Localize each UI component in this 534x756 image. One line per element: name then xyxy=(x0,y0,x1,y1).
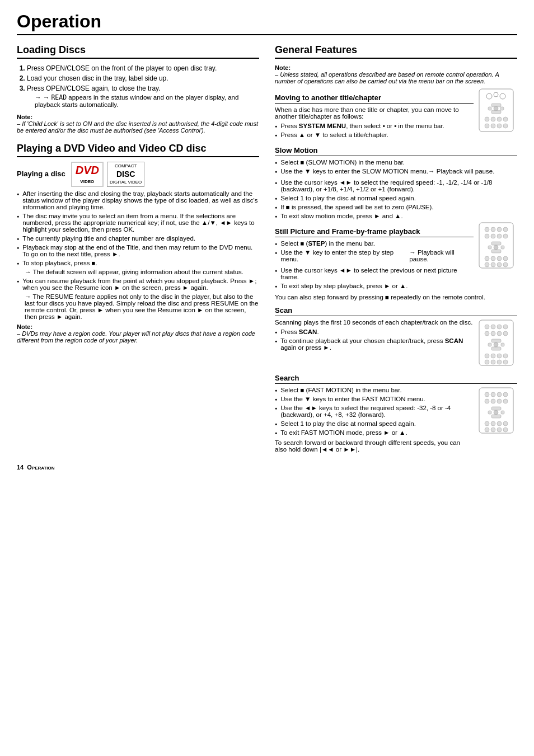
playing-bullet-5: To stop playback, press ■. xyxy=(17,260,259,266)
svg-point-37 xyxy=(497,262,502,267)
playing-bullet-2: The disc may invite you to select an ite… xyxy=(17,213,259,233)
step-1: Press OPEN/CLOSE on the front of the pla… xyxy=(27,64,259,72)
still-remote-image xyxy=(478,222,517,271)
svg-point-31 xyxy=(485,256,489,261)
svg-rect-73 xyxy=(501,411,504,414)
svg-point-46 xyxy=(497,331,502,336)
general-note-label: Note: xyxy=(275,64,291,71)
svg-point-53 xyxy=(485,354,489,358)
svg-point-11 xyxy=(497,117,502,121)
search-bullets: Select ■ (FAST MOTION) in the menu bar. … xyxy=(275,387,474,436)
search-remote-image xyxy=(478,387,517,436)
svg-point-12 xyxy=(503,117,508,121)
footer-label: Operation xyxy=(27,464,54,471)
playing-disc-subtitle: Playing a disc xyxy=(17,170,65,179)
resume-bullet: You can resume playback from the point a… xyxy=(17,278,259,291)
search-remote-svg xyxy=(478,387,514,434)
svg-point-8 xyxy=(494,106,498,111)
right-column: General Features Note: – Unless stated, … xyxy=(275,44,517,453)
svg-rect-28 xyxy=(488,246,491,249)
svg-rect-72 xyxy=(488,411,491,414)
page-number: 14 xyxy=(17,464,24,471)
slow-motion-title: Slow Motion xyxy=(275,146,517,156)
slow-motion-bullets: Select ■ (SLOW MOTION) in the menu bar. … xyxy=(275,159,517,219)
general-note-text: – Unless stated, all operations describe… xyxy=(275,71,499,84)
svg-point-57 xyxy=(485,360,489,364)
svg-point-54 xyxy=(491,354,495,358)
dvd-sub-text: VIDEO xyxy=(80,179,94,184)
svg-rect-48 xyxy=(491,339,501,342)
svg-point-24 xyxy=(497,234,502,238)
playing-disc-bullets: After inserting the disc and closing the… xyxy=(17,190,259,266)
search-extra: To search forward or backward through di… xyxy=(275,439,474,453)
svg-point-15 xyxy=(497,124,502,128)
svg-point-13 xyxy=(485,124,489,128)
dvd-note: Note: – DVDs may have a region code. You… xyxy=(17,323,259,344)
compact-disc-logo: COMPACT DISC DIGITAL VIDEO xyxy=(107,162,144,187)
svg-point-3 xyxy=(500,93,505,99)
search-row: Select ■ (FAST MOTION) in the menu bar. … xyxy=(275,387,517,453)
svg-rect-27 xyxy=(491,250,501,253)
playing-dvd-title: Playing a DVD Video and Video CD disc xyxy=(17,143,259,157)
general-features-title: General Features xyxy=(275,44,517,59)
still-bullet-4: To exit step by step playback, press ► o… xyxy=(275,283,474,289)
scan-bullet-1: Press SCAN. xyxy=(275,328,474,335)
dvd-logo-text: DVD xyxy=(76,164,99,176)
svg-rect-50 xyxy=(488,343,491,346)
still-title: Still Picture and Frame-by-frame playbac… xyxy=(275,227,474,237)
left-column: Loading Discs Press OPEN/CLOSE on the fr… xyxy=(17,44,259,453)
svg-point-22 xyxy=(485,234,489,238)
svg-point-14 xyxy=(491,124,495,128)
slow-bullet-2: Use the ▼ keys to enter the SLOW MOTION … xyxy=(275,168,517,177)
svg-point-43 xyxy=(503,325,508,329)
svg-point-47 xyxy=(503,331,508,336)
svg-rect-49 xyxy=(491,347,501,350)
loading-note: Note: – If 'Child Lock' is set to ON and… xyxy=(17,114,259,134)
svg-point-19 xyxy=(491,227,495,232)
svg-point-74 xyxy=(494,410,498,415)
scan-text: Scanning plays the first 10 seconds of e… xyxy=(275,319,474,326)
svg-point-45 xyxy=(491,331,495,336)
svg-rect-6 xyxy=(488,107,491,110)
svg-rect-26 xyxy=(491,242,501,245)
svg-rect-70 xyxy=(491,407,501,410)
still-arrow: Playback will pause. xyxy=(409,249,474,262)
slow-motion-section: Slow Motion Select ■ (SLOW MOTION) in th… xyxy=(275,146,517,219)
svg-point-25 xyxy=(503,234,508,238)
svg-point-80 xyxy=(491,428,495,432)
general-note: Note: – Unless stated, all operations de… xyxy=(275,64,517,84)
slow-bullet-3: Use the cursor keys ◄► to select the req… xyxy=(275,179,517,192)
step-2: Load your chosen disc in the tray, label… xyxy=(27,74,259,82)
moving-title: Moving to another title/chapter xyxy=(275,93,474,104)
scan-remote-image xyxy=(478,319,517,368)
disc-logos: DVD VIDEO COMPACT DISC DIGITAL VIDEO xyxy=(71,162,145,187)
svg-rect-7 xyxy=(500,107,504,110)
still-bullets: Select ■ (STEP) in the menu bar. Use the… xyxy=(275,240,474,289)
svg-point-55 xyxy=(497,354,502,358)
playing-disc-header: Playing a disc DVD VIDEO COMPACT DISC DI… xyxy=(17,162,259,187)
svg-point-81 xyxy=(497,428,502,432)
moving-remote-image xyxy=(478,88,517,134)
search-bullet-5: To exit FAST MOTION mode, press ► or ▲. xyxy=(275,429,474,436)
svg-point-75 xyxy=(485,421,489,426)
search-title: Search xyxy=(275,374,517,384)
svg-rect-29 xyxy=(501,246,504,249)
svg-point-32 xyxy=(491,256,495,261)
dvd-note-label: Note: xyxy=(17,323,32,330)
search-content: Select ■ (FAST MOTION) in the menu bar. … xyxy=(275,387,474,453)
svg-point-76 xyxy=(491,421,495,426)
general-features-section: General Features Note: – Unless stated, … xyxy=(275,44,517,453)
loading-note-text: – If 'Child Lock' is set to ON and the d… xyxy=(17,120,258,134)
scan-title: Scan xyxy=(275,306,517,316)
step-3: Press OPEN/CLOSE again, to close the tra… xyxy=(27,84,259,108)
svg-point-69 xyxy=(503,399,508,403)
stop-playback-arrow: The default screen will appear, giving i… xyxy=(25,269,259,275)
svg-point-40 xyxy=(485,325,489,329)
svg-point-21 xyxy=(503,227,508,232)
dvd-logo-box: DVD VIDEO xyxy=(71,162,104,187)
svg-point-35 xyxy=(485,262,489,267)
still-content: Still Picture and Frame-by-frame playbac… xyxy=(275,222,474,292)
svg-point-56 xyxy=(503,354,508,358)
still-remote-svg xyxy=(478,222,514,269)
svg-point-1 xyxy=(486,93,492,99)
